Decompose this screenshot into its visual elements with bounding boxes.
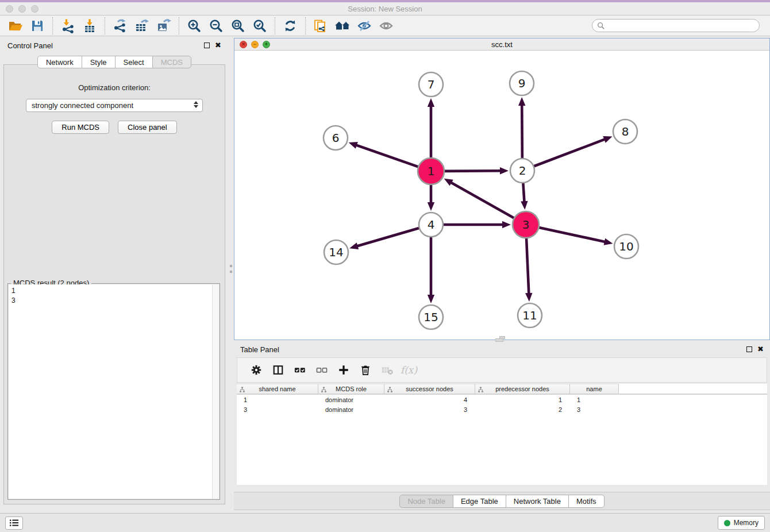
- tab-style[interactable]: Style: [82, 56, 116, 68]
- column-header-shared-name[interactable]: shared name: [237, 384, 318, 394]
- close-table-panel-icon[interactable]: ✖: [757, 346, 764, 352]
- add-row-button[interactable]: [334, 360, 353, 380]
- column-header-MCDS-role[interactable]: MCDS role: [318, 384, 384, 394]
- edge-2-3[interactable]: [523, 182, 525, 205]
- arrowhead-4-15: [428, 295, 434, 303]
- apply-preferred-layout-icon: [283, 18, 298, 33]
- edge-3-1[interactable]: [448, 181, 515, 219]
- tab-motifs[interactable]: Motifs: [568, 495, 605, 508]
- tab-network-table[interactable]: Network Table: [506, 495, 569, 508]
- column-header-label: predecessor nodes: [495, 385, 549, 392]
- first-neighbors-icon: [334, 19, 351, 33]
- delete-table-icon: [381, 364, 394, 376]
- memory-button[interactable]: Memory: [718, 516, 765, 530]
- close-network-icon[interactable]: ✕: [240, 41, 247, 48]
- cell-successor-nodes: 4: [384, 396, 475, 403]
- zoom-in-icon: [187, 18, 202, 33]
- memory-status-icon: [724, 520, 730, 526]
- cell-MCDS-role: dominator: [318, 406, 384, 413]
- open-session-button[interactable]: [5, 17, 26, 35]
- deselect-all-button[interactable]: [312, 360, 331, 380]
- tab-edge-table[interactable]: Edge Table: [453, 495, 506, 508]
- column-header-label: successor nodes: [406, 385, 453, 392]
- edge-2-8[interactable]: [533, 138, 607, 167]
- export-network-icon: [113, 18, 128, 33]
- table-row[interactable]: 1dominator411: [237, 395, 767, 404]
- export-network-button[interactable]: [109, 17, 131, 35]
- edge-1-2[interactable]: [443, 171, 503, 171]
- toolbar-separator: [179, 17, 179, 34]
- tab-mcds[interactable]: MCDS: [152, 56, 191, 68]
- status-bar: Memory: [0, 513, 770, 532]
- zoom-out-button[interactable]: [205, 17, 227, 35]
- column-header-successor-nodes[interactable]: successor nodes: [384, 384, 475, 394]
- table-body: 1dominator4113dominator323: [237, 395, 767, 414]
- arrowhead-1-4: [428, 202, 434, 211]
- vertical-splitter-grip[interactable]: [229, 260, 232, 278]
- select-all-button[interactable]: [290, 360, 309, 380]
- criterion-dropdown[interactable]: strongly connected component: [26, 99, 203, 112]
- delete-row-button[interactable]: [356, 360, 375, 380]
- import-table-button[interactable]: [79, 17, 101, 35]
- table-settings-icon: [251, 364, 262, 376]
- node-label-10: 10: [619, 240, 633, 253]
- dropdown-stepper-icon: [194, 101, 198, 108]
- search-input[interactable]: [607, 22, 754, 30]
- float-panel-icon[interactable]: [204, 43, 210, 48]
- tab-node-table[interactable]: Node Table: [399, 495, 453, 508]
- edge-2-9[interactable]: [522, 102, 522, 160]
- column-header-label: MCDS role: [336, 385, 367, 392]
- search-box[interactable]: [592, 19, 760, 32]
- horizontal-splitter-grip[interactable]: [495, 338, 503, 342]
- run-mcds-button[interactable]: Run MCDS: [52, 121, 109, 134]
- node-label-9: 9: [518, 76, 526, 90]
- export-image-button[interactable]: [153, 17, 175, 35]
- show-panels-button[interactable]: [5, 516, 23, 530]
- edge-4-14[interactable]: [355, 228, 421, 246]
- import-network-button[interactable]: [57, 17, 79, 35]
- edge-3-10[interactable]: [538, 227, 608, 242]
- function-builder-button: f(x): [399, 360, 418, 380]
- window-titlebar: Session: New Session: [0, 2, 770, 16]
- table-settings-button[interactable]: [247, 360, 265, 380]
- arrowhead-3-10: [604, 238, 613, 245]
- close-panel-button[interactable]: Close panel: [118, 121, 177, 134]
- copy-network-icon: [313, 18, 328, 33]
- zoom-fit-button[interactable]: [227, 17, 249, 35]
- result-scrollbar[interactable]: [212, 284, 219, 499]
- hide-selected-button[interactable]: [353, 17, 375, 35]
- edge-3-11[interactable]: [526, 237, 529, 296]
- control-panel-tabs: NetworkStyleSelectMCDS: [0, 56, 229, 68]
- show-columns-button[interactable]: [268, 360, 287, 380]
- save-session-button[interactable]: [26, 17, 48, 35]
- zoom-selected-button[interactable]: [249, 17, 271, 35]
- table-row[interactable]: 3dominator323: [237, 404, 767, 414]
- edge-1-6[interactable]: [353, 144, 419, 167]
- mcds-result-textarea[interactable]: 1 3: [9, 284, 219, 499]
- arrowhead-4-14: [349, 242, 359, 249]
- import-table-icon: [82, 18, 97, 33]
- zoom-in-button[interactable]: [183, 17, 205, 35]
- tab-network[interactable]: Network: [37, 56, 82, 68]
- export-table-button[interactable]: [131, 17, 153, 35]
- close-panel-icon[interactable]: ✖: [215, 43, 221, 48]
- tab-select[interactable]: Select: [115, 56, 153, 68]
- show-all-button[interactable]: [375, 17, 397, 35]
- mcds-tab-content: Optimization criterion: strongly connect…: [3, 64, 225, 504]
- table-header-row: shared nameMCDS rolesuccessor nodesprede…: [237, 384, 767, 395]
- first-neighbors-button[interactable]: [332, 17, 353, 35]
- maximize-network-icon[interactable]: +: [263, 41, 270, 48]
- zoom-fit-icon: [230, 18, 245, 33]
- network-graph: 1234678910111415: [234, 51, 769, 340]
- control-panel-title: Control Panel: [7, 41, 53, 50]
- copy-network-button[interactable]: [310, 17, 332, 35]
- show-all-icon: [379, 18, 394, 33]
- column-header-predecessor-nodes[interactable]: predecessor nodes: [475, 384, 570, 394]
- column-header-name[interactable]: name: [570, 384, 619, 394]
- apply-preferred-layout-button[interactable]: [279, 17, 301, 35]
- minimize-network-icon[interactable]: −: [251, 41, 259, 48]
- float-table-panel-icon[interactable]: [746, 346, 752, 352]
- show-columns-icon: [272, 364, 284, 376]
- save-session-icon: [30, 19, 44, 33]
- network-canvas[interactable]: 1234678910111415: [234, 51, 769, 340]
